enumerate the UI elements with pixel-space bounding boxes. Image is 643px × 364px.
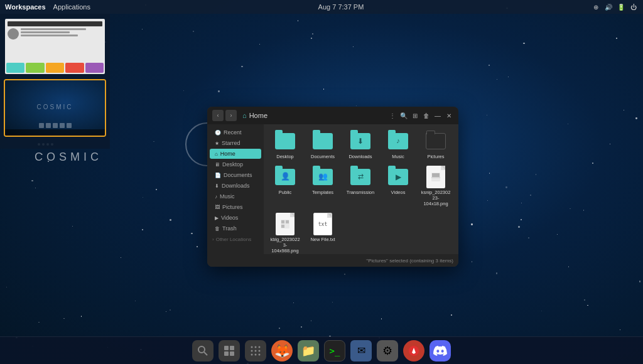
taskbar-vivaldi[interactable]: [402, 339, 426, 363]
fm-sidebar-trash[interactable]: 🗑 Trash: [210, 223, 261, 233]
fm-sidebar-desktop[interactable]: 🖥 Desktop: [210, 159, 261, 169]
taskbar-settings[interactable]: ⚙: [376, 339, 399, 363]
svg-point-18: [259, 350, 261, 351]
topbar-right: ⊕ 🔊 🔋 ⏻: [592, 3, 638, 11]
fm-item-downloads[interactable]: ⬇ Downloads: [343, 128, 378, 161]
network-icon[interactable]: ⊕: [592, 3, 600, 11]
fm-view-button[interactable]: ⊞: [411, 111, 419, 120]
public-folder-label: Public: [279, 190, 291, 195]
taskbar-discord[interactable]: [428, 339, 452, 363]
fm-sidebar-downloads[interactable]: ⬇ Downloads: [210, 181, 261, 191]
thunderbird-icon: ✉: [350, 340, 372, 361]
other-locations-label: Other Locations: [216, 237, 251, 242]
fm-status-text: "Pictures" selected (containing 3 items): [366, 258, 453, 264]
fm-sidebar-documents-label: Documents: [224, 172, 252, 178]
templates-folder-label: Templates: [312, 190, 333, 195]
svg-line-8: [204, 352, 207, 355]
svg-rect-4: [281, 220, 284, 223]
fm-content: Desktop Documents ⬇ Downloads: [264, 124, 458, 254]
home-nav-icon: ⌂: [215, 151, 218, 157]
taskbar-appgrid[interactable]: [244, 339, 267, 363]
pictures-folder-label: Pictures: [427, 154, 444, 159]
fm-item-templates[interactable]: 👥 Templates: [305, 164, 340, 208]
svg-rect-11: [224, 351, 229, 356]
transmission-folder-label: Transmission: [347, 190, 374, 195]
fm-sidebar-home[interactable]: ⌂ Home: [210, 149, 261, 159]
terminal-icon: >_: [324, 340, 345, 361]
svg-point-16: [251, 350, 253, 351]
ksnip2-file-icon: [274, 213, 296, 235]
fm-item-videos[interactable]: ▶ Videos: [381, 164, 416, 208]
workspaces-icon: [219, 340, 240, 361]
fm-sidebar-videos[interactable]: ▶ Videos: [210, 213, 261, 223]
svg-point-7: [198, 346, 205, 353]
fm-sidebar-trash-label: Trash: [222, 225, 237, 232]
fm-delete-button[interactable]: 🗑: [422, 111, 431, 120]
svg-point-19: [251, 353, 253, 355]
fm-sidebar-starred[interactable]: ★ Starred: [210, 138, 261, 148]
fm-item-ksnip2[interactable]: kblg_20230223-104x988.png: [267, 211, 303, 254]
fm-sidebar-starred-label: Starred: [222, 140, 240, 146]
videos-nav-icon: ▶: [215, 215, 219, 221]
fm-sidebar-recent[interactable]: 🕐 Recent: [210, 127, 261, 137]
search-icon: [192, 340, 213, 361]
svg-rect-9: [224, 346, 229, 350]
fm-titlebar: ‹ › ⌂ Home ⋮ 🔍 ⊞ 🗑 — ✕: [207, 107, 458, 124]
fm-other-locations[interactable]: › Other Locations: [207, 235, 264, 244]
taskbar-terminal[interactable]: >_: [323, 339, 347, 363]
downloads-nav-icon: ⬇: [215, 183, 219, 189]
fm-sidebar-documents[interactable]: 📄 Documents: [210, 170, 261, 180]
svg-point-20: [255, 353, 257, 355]
files-icon: 📁: [298, 340, 319, 361]
svg-point-15: [259, 346, 261, 348]
svg-point-14: [255, 346, 257, 348]
workspace-thumb-2[interactable]: COSMIC: [4, 79, 106, 137]
settings-icon: ⚙: [377, 340, 398, 361]
fm-sidebar: 🕐 Recent ★ Starred ⌂ Home 🖥 Desktop 📄 Do…: [207, 124, 264, 254]
svg-rect-5: [286, 220, 289, 223]
taskbar-thunderbird[interactable]: ✉: [349, 339, 373, 363]
fm-item-ksnip1[interactable]: ksnip_20230223-104x18.png: [418, 164, 453, 208]
fm-menu-button[interactable]: ⋮: [388, 111, 397, 120]
fm-back-button[interactable]: ‹: [212, 110, 224, 121]
fm-sidebar-videos-label: Videos: [221, 215, 238, 221]
fm-item-music[interactable]: ♪ Music: [381, 128, 416, 161]
taskbar-search[interactable]: [191, 339, 215, 363]
fm-item-pictures[interactable]: Pictures: [418, 128, 453, 161]
workspace-thumb-1[interactable]: [4, 18, 106, 75]
svg-rect-12: [230, 351, 234, 356]
topbar-left: Workspaces Applications: [5, 3, 90, 11]
taskbar-workspaces[interactable]: [217, 339, 241, 363]
desktop-folder-label: Desktop: [276, 154, 294, 159]
trash-nav-icon: 🗑: [215, 226, 220, 232]
documents-folder-icon: [311, 130, 334, 153]
videos-folder-label: Videos: [391, 190, 406, 195]
fm-forward-button[interactable]: ›: [225, 110, 237, 121]
documents-folder-label: Documents: [311, 154, 335, 159]
starred-icon: ★: [215, 141, 219, 146]
fm-item-transmission[interactable]: ⇄ Transmission: [343, 164, 378, 208]
fm-item-public[interactable]: 👤 Public: [267, 164, 303, 208]
fm-item-desktop[interactable]: Desktop: [267, 128, 303, 161]
battery-icon[interactable]: 🔋: [617, 3, 625, 11]
taskbar-files[interactable]: 📁: [296, 339, 320, 363]
fm-sidebar-recent-label: Recent: [224, 129, 242, 136]
vivaldi-icon: [403, 340, 424, 361]
workspaces-menu[interactable]: Workspaces: [5, 3, 46, 11]
audio-icon[interactable]: 🔊: [604, 3, 613, 11]
fm-item-newfile[interactable]: txt New File.txt: [305, 211, 340, 254]
desktop-folder-icon: [274, 130, 296, 153]
newfile-icon: txt: [311, 213, 334, 235]
fm-item-documents[interactable]: Documents: [305, 128, 340, 161]
applications-menu[interactable]: Applications: [53, 3, 90, 11]
fm-close-button[interactable]: ✕: [445, 111, 453, 120]
fm-minimize-button[interactable]: —: [433, 111, 442, 120]
fm-sidebar-music[interactable]: ♪ Music: [210, 191, 261, 201]
fm-search-button[interactable]: 🔍: [399, 111, 408, 120]
svg-rect-6: [281, 225, 284, 228]
power-icon[interactable]: ⏻: [629, 3, 638, 11]
desktop-nav-icon: 🖥: [215, 162, 220, 168]
taskbar-firefox[interactable]: 🦊: [270, 339, 294, 363]
fm-sidebar-pictures[interactable]: 🖼 Pictures: [210, 202, 261, 212]
svg-rect-10: [230, 346, 234, 350]
